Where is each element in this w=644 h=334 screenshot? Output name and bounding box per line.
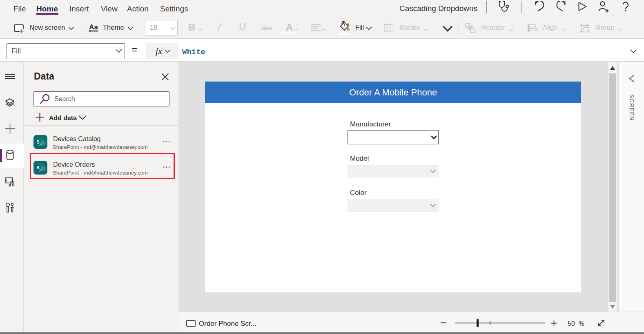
svg-text:S: S [36, 139, 40, 144]
svg-text:S: S [36, 165, 40, 170]
